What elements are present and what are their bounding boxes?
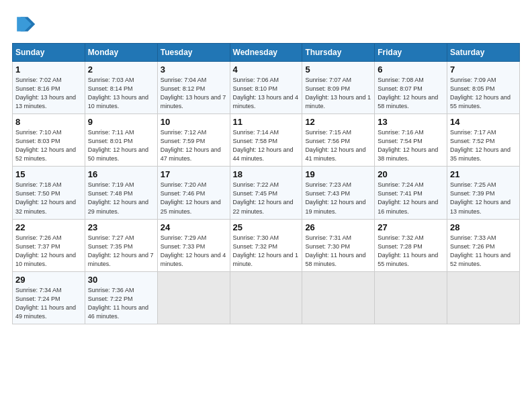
day-number: 9	[88, 117, 154, 127]
table-row: 28Sunrise: 7:33 AM Sunset: 7:26 PM Dayli…	[447, 219, 520, 271]
day-number: 2	[88, 64, 154, 75]
table-row: 4Sunrise: 7:06 AM Sunset: 8:10 PM Daylig…	[230, 62, 302, 114]
day-number: 26	[305, 222, 371, 232]
day-info: Sunrise: 7:09 AM Sunset: 8:05 PM Dayligh…	[450, 76, 517, 111]
day-info: Sunrise: 7:03 AM Sunset: 8:14 PM Dayligh…	[88, 76, 154, 111]
day-number: 30	[88, 275, 154, 285]
calendar-week-row: 8Sunrise: 7:10 AM Sunset: 8:03 PM Daylig…	[13, 114, 520, 167]
table-row: 26Sunrise: 7:31 AM Sunset: 7:30 PM Dayli…	[302, 219, 375, 271]
table-row	[447, 271, 520, 324]
day-info: Sunrise: 7:25 AM Sunset: 7:39 PM Dayligh…	[450, 181, 517, 216]
table-row: 27Sunrise: 7:32 AM Sunset: 7:28 PM Dayli…	[375, 219, 447, 271]
day-number: 8	[15, 117, 82, 127]
day-info: Sunrise: 7:12 AM Sunset: 7:59 PM Dayligh…	[161, 128, 227, 163]
day-number: 28	[450, 222, 517, 232]
day-number: 11	[233, 117, 300, 127]
table-row	[302, 271, 375, 324]
table-row: 17Sunrise: 7:20 AM Sunset: 7:46 PM Dayli…	[157, 167, 230, 219]
table-row: 20Sunrise: 7:24 AM Sunset: 7:41 PM Dayli…	[375, 167, 447, 219]
day-info: Sunrise: 7:34 AM Sunset: 7:24 PM Dayligh…	[15, 286, 82, 321]
day-number: 12	[305, 117, 371, 127]
day-number: 16	[88, 169, 154, 179]
col-monday: Monday	[85, 44, 157, 62]
table-row: 15Sunrise: 7:18 AM Sunset: 7:50 PM Dayli…	[13, 167, 85, 219]
table-row: 18Sunrise: 7:22 AM Sunset: 7:45 PM Dayli…	[230, 167, 302, 219]
day-number: 29	[15, 275, 82, 285]
table-row: 11Sunrise: 7:14 AM Sunset: 7:58 PM Dayli…	[230, 114, 302, 167]
day-number: 14	[450, 117, 517, 127]
table-row	[230, 271, 302, 324]
logo	[12, 12, 39, 36]
day-info: Sunrise: 7:27 AM Sunset: 7:35 PM Dayligh…	[88, 234, 154, 269]
day-info: Sunrise: 7:04 AM Sunset: 8:12 PM Dayligh…	[161, 76, 227, 111]
day-number: 19	[305, 169, 371, 179]
col-saturday: Saturday	[447, 44, 520, 62]
day-number: 10	[161, 117, 227, 127]
col-tuesday: Tuesday	[157, 44, 230, 62]
table-row: 30Sunrise: 7:36 AM Sunset: 7:22 PM Dayli…	[85, 271, 157, 324]
day-info: Sunrise: 7:14 AM Sunset: 7:58 PM Dayligh…	[233, 128, 300, 163]
day-number: 25	[233, 222, 300, 232]
table-row: 24Sunrise: 7:29 AM Sunset: 7:33 PM Dayli…	[157, 219, 230, 271]
day-number: 23	[88, 222, 154, 232]
table-row: 14Sunrise: 7:17 AM Sunset: 7:52 PM Dayli…	[447, 114, 520, 167]
table-row: 25Sunrise: 7:30 AM Sunset: 7:32 PM Dayli…	[230, 219, 302, 271]
col-sunday: Sunday	[13, 44, 85, 62]
day-number: 20	[378, 169, 444, 179]
day-info: Sunrise: 7:02 AM Sunset: 8:16 PM Dayligh…	[15, 76, 82, 111]
table-row: 6Sunrise: 7:08 AM Sunset: 8:07 PM Daylig…	[375, 62, 447, 114]
day-info: Sunrise: 7:22 AM Sunset: 7:45 PM Dayligh…	[233, 181, 300, 216]
day-info: Sunrise: 7:18 AM Sunset: 7:50 PM Dayligh…	[15, 181, 82, 216]
table-row: 7Sunrise: 7:09 AM Sunset: 8:05 PM Daylig…	[447, 62, 520, 114]
table-row	[157, 271, 230, 324]
day-info: Sunrise: 7:07 AM Sunset: 8:09 PM Dayligh…	[305, 76, 371, 111]
day-number: 3	[161, 64, 227, 75]
day-info: Sunrise: 7:10 AM Sunset: 8:03 PM Dayligh…	[15, 128, 82, 163]
table-row: 12Sunrise: 7:15 AM Sunset: 7:56 PM Dayli…	[302, 114, 375, 167]
day-number: 7	[450, 64, 517, 75]
day-number: 1	[15, 64, 82, 75]
day-info: Sunrise: 7:26 AM Sunset: 7:37 PM Dayligh…	[15, 234, 82, 269]
calendar-week-row: 15Sunrise: 7:18 AM Sunset: 7:50 PM Dayli…	[13, 167, 520, 219]
calendar-week-row: 1Sunrise: 7:02 AM Sunset: 8:16 PM Daylig…	[13, 62, 520, 114]
table-row: 23Sunrise: 7:27 AM Sunset: 7:35 PM Dayli…	[85, 219, 157, 271]
day-info: Sunrise: 7:11 AM Sunset: 8:01 PM Dayligh…	[88, 128, 154, 163]
table-row: 3Sunrise: 7:04 AM Sunset: 8:12 PM Daylig…	[157, 62, 230, 114]
col-wednesday: Wednesday	[230, 44, 302, 62]
col-thursday: Thursday	[302, 44, 375, 62]
day-info: Sunrise: 7:20 AM Sunset: 7:46 PM Dayligh…	[161, 181, 227, 216]
day-info: Sunrise: 7:31 AM Sunset: 7:30 PM Dayligh…	[305, 234, 371, 269]
logo-icon	[12, 12, 36, 36]
day-number: 4	[233, 64, 300, 75]
day-info: Sunrise: 7:16 AM Sunset: 7:54 PM Dayligh…	[378, 128, 444, 163]
day-info: Sunrise: 7:32 AM Sunset: 7:28 PM Dayligh…	[378, 234, 444, 269]
table-row: 1Sunrise: 7:02 AM Sunset: 8:16 PM Daylig…	[13, 62, 85, 114]
day-info: Sunrise: 7:15 AM Sunset: 7:56 PM Dayligh…	[305, 128, 371, 163]
day-info: Sunrise: 7:19 AM Sunset: 7:48 PM Dayligh…	[88, 181, 154, 216]
day-number: 15	[15, 169, 82, 179]
day-number: 17	[161, 169, 227, 179]
table-row: 21Sunrise: 7:25 AM Sunset: 7:39 PM Dayli…	[447, 167, 520, 219]
calendar-table: Sunday Monday Tuesday Wednesday Thursday…	[12, 43, 520, 324]
calendar-week-row: 22Sunrise: 7:26 AM Sunset: 7:37 PM Dayli…	[13, 219, 520, 271]
table-row: 16Sunrise: 7:19 AM Sunset: 7:48 PM Dayli…	[85, 167, 157, 219]
table-row: 19Sunrise: 7:23 AM Sunset: 7:43 PM Dayli…	[302, 167, 375, 219]
day-number: 18	[233, 169, 300, 179]
day-info: Sunrise: 7:36 AM Sunset: 7:22 PM Dayligh…	[88, 286, 154, 321]
day-info: Sunrise: 7:08 AM Sunset: 8:07 PM Dayligh…	[378, 76, 444, 111]
day-info: Sunrise: 7:17 AM Sunset: 7:52 PM Dayligh…	[450, 128, 517, 163]
day-number: 27	[378, 222, 444, 232]
table-row: 29Sunrise: 7:34 AM Sunset: 7:24 PM Dayli…	[13, 271, 85, 324]
day-info: Sunrise: 7:29 AM Sunset: 7:33 PM Dayligh…	[161, 234, 227, 269]
day-info: Sunrise: 7:30 AM Sunset: 7:32 PM Dayligh…	[233, 234, 300, 269]
table-row	[375, 271, 447, 324]
table-row: 8Sunrise: 7:10 AM Sunset: 8:03 PM Daylig…	[13, 114, 85, 167]
table-row: 13Sunrise: 7:16 AM Sunset: 7:54 PM Dayli…	[375, 114, 447, 167]
table-row: 5Sunrise: 7:07 AM Sunset: 8:09 PM Daylig…	[302, 62, 375, 114]
table-row: 2Sunrise: 7:03 AM Sunset: 8:14 PM Daylig…	[85, 62, 157, 114]
day-info: Sunrise: 7:33 AM Sunset: 7:26 PM Dayligh…	[450, 234, 517, 269]
table-row: 22Sunrise: 7:26 AM Sunset: 7:37 PM Dayli…	[13, 219, 85, 271]
day-info: Sunrise: 7:24 AM Sunset: 7:41 PM Dayligh…	[378, 181, 444, 216]
header-row: Sunday Monday Tuesday Wednesday Thursday…	[13, 44, 520, 62]
table-row: 10Sunrise: 7:12 AM Sunset: 7:59 PM Dayli…	[157, 114, 230, 167]
